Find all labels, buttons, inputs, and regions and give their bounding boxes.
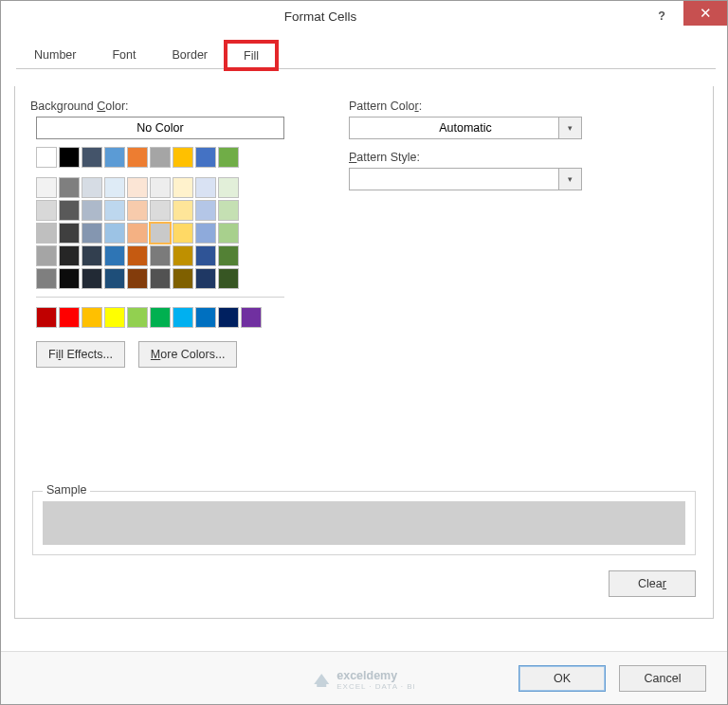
color-swatch[interactable]: [195, 307, 216, 328]
color-swatch[interactable]: [127, 223, 148, 244]
tab-border[interactable]: Border: [154, 41, 226, 68]
pattern-color-value: Automatic: [439, 121, 492, 135]
color-swatch[interactable]: [82, 147, 102, 168]
color-swatch[interactable]: [195, 177, 216, 198]
tab-fill[interactable]: Fill: [226, 42, 277, 69]
color-swatch[interactable]: [173, 223, 193, 244]
color-swatch[interactable]: [127, 200, 148, 221]
color-swatch[interactable]: [173, 200, 193, 221]
theme-color-palette: [36, 147, 284, 289]
ok-button[interactable]: OK: [519, 665, 606, 692]
color-swatch[interactable]: [218, 177, 239, 198]
svg-rect-1: [317, 684, 326, 687]
color-swatch[interactable]: [173, 147, 193, 168]
color-swatch[interactable]: [104, 200, 125, 221]
cancel-button[interactable]: Cancel: [619, 665, 706, 692]
color-swatch[interactable]: [173, 268, 193, 289]
color-swatch[interactable]: [218, 307, 239, 328]
dialog-title: Format Cells: [1, 9, 640, 24]
palette-separator: [36, 297, 284, 298]
no-color-button[interactable]: No Color: [36, 117, 284, 139]
color-swatch[interactable]: [82, 268, 102, 289]
color-swatch[interactable]: [173, 245, 193, 266]
color-swatch[interactable]: [36, 223, 57, 244]
color-swatch[interactable]: [127, 245, 148, 266]
color-swatch[interactable]: [59, 245, 80, 266]
color-swatch[interactable]: [150, 307, 171, 328]
color-swatch[interactable]: [127, 307, 148, 328]
dialog-footer: exceldemy EXCEL · DATA · BI OK Cancel: [1, 651, 727, 704]
fill-effects-button[interactable]: Fill Effects...: [36, 341, 125, 368]
svg-marker-0: [314, 674, 329, 684]
color-swatch[interactable]: [36, 307, 57, 328]
pattern-color-dropdown[interactable]: Automatic ▾: [349, 117, 582, 139]
sample-group: Sample: [32, 491, 696, 555]
color-swatch[interactable]: [150, 177, 171, 198]
color-swatch[interactable]: [36, 200, 57, 221]
more-colors-button[interactable]: More Colors...: [138, 341, 238, 368]
color-swatch[interactable]: [218, 147, 239, 168]
color-swatch[interactable]: [150, 200, 171, 221]
titlebar: Format Cells ? ✕: [1, 1, 727, 31]
color-swatch[interactable]: [150, 223, 171, 244]
color-swatch[interactable]: [195, 245, 216, 266]
watermark-logo: exceldemy EXCEL · DATA · BI: [312, 669, 416, 691]
color-swatch[interactable]: [36, 245, 57, 266]
color-swatch[interactable]: [36, 177, 57, 198]
color-swatch[interactable]: [82, 200, 102, 221]
color-swatch[interactable]: [127, 268, 148, 289]
close-button[interactable]: ✕: [683, 1, 727, 26]
color-swatch[interactable]: [36, 268, 57, 289]
color-swatch[interactable]: [218, 245, 239, 266]
color-swatch[interactable]: [104, 147, 125, 168]
color-swatch[interactable]: [59, 223, 80, 244]
chevron-down-icon: ▾: [558, 118, 581, 138]
background-color-label: Background Color:: [30, 99, 284, 113]
color-swatch[interactable]: [218, 223, 239, 244]
color-swatch[interactable]: [195, 223, 216, 244]
sample-preview: [43, 501, 685, 545]
color-swatch[interactable]: [127, 147, 148, 168]
pattern-style-label: Pattern Style:: [349, 151, 582, 164]
color-swatch[interactable]: [173, 307, 193, 328]
tab-number[interactable]: Number: [16, 41, 94, 68]
help-button[interactable]: ?: [640, 4, 683, 28]
standard-color-palette: [36, 307, 284, 328]
color-swatch[interactable]: [195, 200, 216, 221]
color-swatch[interactable]: [82, 223, 102, 244]
color-swatch[interactable]: [195, 268, 216, 289]
color-swatch[interactable]: [59, 268, 80, 289]
color-swatch[interactable]: [36, 147, 57, 168]
clear-button[interactable]: Clear: [609, 570, 696, 597]
color-swatch[interactable]: [59, 147, 80, 168]
color-swatch[interactable]: [150, 268, 171, 289]
color-swatch[interactable]: [82, 307, 102, 328]
pattern-color-label: Pattern Color:: [349, 99, 582, 113]
pattern-style-dropdown[interactable]: ▾: [349, 168, 582, 190]
tab-font[interactable]: Font: [94, 41, 154, 68]
fill-panel: Background Color: No Color: [14, 86, 714, 619]
color-swatch[interactable]: [104, 177, 125, 198]
color-swatch[interactable]: [195, 147, 216, 168]
color-swatch[interactable]: [104, 223, 125, 244]
color-swatch[interactable]: [173, 177, 193, 198]
chevron-down-icon: ▾: [558, 169, 581, 190]
format-cells-dialog: Format Cells ? ✕ Number Font Border Fill…: [0, 0, 728, 705]
color-swatch[interactable]: [241, 307, 262, 328]
color-swatch[interactable]: [104, 268, 125, 289]
sample-label: Sample: [43, 483, 90, 497]
tab-strip: Number Font Border Fill: [16, 41, 716, 69]
color-swatch[interactable]: [82, 245, 102, 266]
color-swatch[interactable]: [104, 245, 125, 266]
color-swatch[interactable]: [150, 147, 171, 168]
color-swatch[interactable]: [218, 200, 239, 221]
color-swatch[interactable]: [127, 177, 148, 198]
color-swatch[interactable]: [104, 307, 125, 328]
color-swatch[interactable]: [59, 200, 80, 221]
color-swatch[interactable]: [82, 177, 102, 198]
color-swatch[interactable]: [150, 245, 171, 266]
color-swatch[interactable]: [59, 177, 80, 198]
color-swatch[interactable]: [59, 307, 80, 328]
color-swatch[interactable]: [218, 268, 239, 289]
